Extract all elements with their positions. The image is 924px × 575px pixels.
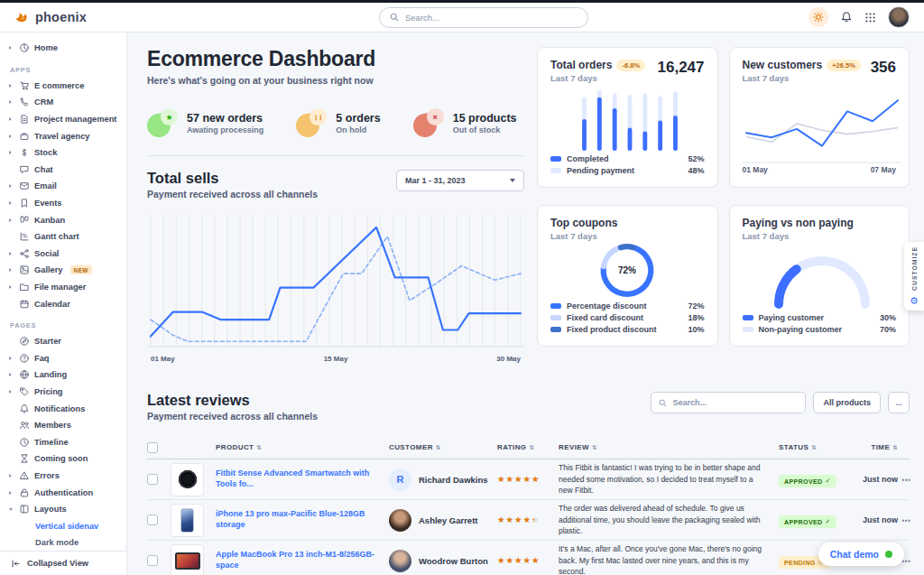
sidebar-item-starter[interactable]: Starter: [0, 333, 126, 350]
chevron-right-icon: [9, 373, 14, 376]
stat-item: ★57 new ordersAwating processing: [147, 108, 263, 137]
check-icon: ✓: [826, 518, 831, 525]
sidebar-item-crm[interactable]: CRM: [0, 94, 126, 111]
sidebar-item-e-commerce[interactable]: E commerce: [0, 78, 126, 95]
column-header-time[interactable]: TIME⇅: [855, 443, 898, 451]
collapse-sidebar-button[interactable]: Collapsed View: [0, 551, 126, 575]
column-header-rating[interactable]: RATING⇅: [497, 443, 559, 451]
new-customers-value: 356: [871, 59, 896, 77]
reviews-title: Latest reviews: [147, 392, 318, 409]
collapse-icon: [11, 559, 21, 569]
sidebar-item-home[interactable]: Home: [0, 40, 126, 57]
sidebar-item-file-manager[interactable]: File manager: [0, 279, 126, 296]
question-icon: [19, 353, 30, 364]
legend-label: Completed: [567, 154, 609, 163]
sidebar-item-landing[interactable]: Landing: [0, 366, 126, 384]
row-menu-button[interactable]: ⋯: [898, 515, 910, 525]
sidebar-item-gantt-chart[interactable]: Gantt chart: [0, 228, 126, 246]
legend-row: Paying customer30%: [743, 311, 897, 323]
date-range-select[interactable]: Mar 1 - 31, 2023: [396, 170, 524, 191]
collapse-label: Collapsed View: [27, 559, 88, 568]
row-checkbox[interactable]: [147, 515, 158, 525]
sidebar-item-calendar[interactable]: Calendar: [0, 295, 126, 312]
reviews-more-button[interactable]: ...: [888, 392, 910, 413]
svg-text:15 May: 15 May: [324, 355, 348, 363]
all-products-filter-button[interactable]: All products: [813, 392, 881, 413]
review-time: Just now: [855, 475, 898, 484]
sidebar-item-notifications[interactable]: Notifications: [0, 400, 126, 417]
reviews-search-input[interactable]: Search...: [651, 392, 806, 413]
warning-icon: [19, 470, 30, 481]
row-menu-button[interactable]: ⋯: [898, 475, 910, 485]
user-avatar[interactable]: [888, 6, 910, 28]
legend-swatch: [743, 315, 753, 320]
sidebar-item-label: Kanban: [34, 216, 65, 225]
product-link[interactable]: iPhone 13 pro max-Pacific Blue-128GB sto…: [216, 509, 389, 530]
sidebar-item-travel-agency[interactable]: Travel agency: [0, 127, 126, 144]
sidebar-item-kanban[interactable]: Kanban: [0, 211, 126, 228]
sidebar: HomeAPPSE commerceCRMProject managementT…: [0, 32, 127, 575]
sidebar-item-project-management[interactable]: Project management: [0, 111, 126, 128]
globe-icon: [19, 369, 30, 380]
sidebar-item-faq[interactable]: Faq: [0, 350, 126, 367]
sort-icon: ⇅: [529, 444, 534, 451]
sidebar-item-errors[interactable]: Errors: [0, 468, 126, 485]
sidebar-item-label: Coming soon: [34, 454, 88, 463]
lock-icon: [19, 487, 30, 498]
total-sells-chart: 01 May15 May30 May: [147, 211, 524, 366]
sidebar-item-label: Faq: [34, 354, 50, 363]
global-search-input[interactable]: Search...: [379, 7, 588, 28]
column-header-status[interactable]: STATUS⇅: [779, 443, 855, 451]
column-header-review[interactable]: REVIEW⇅: [559, 443, 779, 451]
table-header-row: PRODUCT⇅CUSTOMER⇅RATING⇅REVIEW⇅STATUS⇅TI…: [147, 436, 910, 459]
sidebar-item-members[interactable]: Members: [0, 417, 126, 434]
sidebar-item-social[interactable]: Social: [0, 246, 126, 263]
sidebar-item-events[interactable]: Events: [0, 195, 126, 212]
notifications-button[interactable]: [840, 11, 853, 23]
sidebar-item-chat[interactable]: Chat: [0, 162, 126, 179]
legend-row: Fixed card discount18%: [550, 311, 705, 323]
search-placeholder: Search...: [405, 13, 439, 23]
row-checkbox[interactable]: [147, 555, 158, 566]
sidebar-item-label: Landing: [34, 370, 67, 379]
ellipsis-icon: ...: [895, 398, 902, 407]
sidebar-item-coming-soon[interactable]: Coming soon: [0, 450, 126, 468]
layout-icon: [19, 504, 30, 515]
sidebar-item-layouts[interactable]: Layouts: [0, 501, 126, 518]
legend-value: 70%: [880, 325, 896, 334]
column-header-customer[interactable]: CUSTOMER⇅: [389, 443, 497, 451]
brand[interactable]: phoenix: [14, 10, 87, 25]
select-all-checkbox[interactable]: [147, 442, 158, 453]
sidebar-item-email[interactable]: Email: [0, 178, 126, 195]
chat-demo-button[interactable]: Chat demo: [818, 543, 904, 566]
sidebar-item-authentication[interactable]: Authentication: [0, 484, 126, 501]
order-stats: ★57 new ordersAwating processing❙❙5 orde…: [147, 108, 524, 137]
legend-label: Non-paying customer: [759, 325, 843, 334]
row-checkbox[interactable]: [147, 474, 158, 485]
total-orders-legend: Completed52%Pending payment48%: [550, 153, 705, 176]
apps-menu-button[interactable]: [864, 12, 876, 23]
total-sells-title: Total sells: [147, 170, 318, 187]
sidebar-item-timeline[interactable]: Timeline: [0, 433, 126, 450]
rating-stars: ★★★★★★★★★★: [497, 515, 559, 524]
sidebar-item-stock[interactable]: Stock: [0, 144, 126, 162]
chevron-right-icon: [9, 357, 14, 360]
card-title: Top coupons: [550, 217, 617, 229]
legend-row: Non-paying customer70%: [743, 323, 897, 335]
product-link[interactable]: Fitbit Sense Advanced Smartwatch with To…: [216, 468, 389, 489]
chevron-right-icon: [9, 84, 14, 88]
sidebar-subitem-vertical-sidenav[interactable]: Vertical sidenav: [0, 517, 126, 534]
chevron-right-icon: [9, 474, 14, 478]
sidebar-item-gallery[interactable]: GalleryNEW: [0, 262, 126, 279]
sidebar-item-pricing[interactable]: Pricing: [0, 384, 126, 401]
customize-panel-tab[interactable]: CUSTOMIZE ⚙: [904, 242, 924, 311]
sidebar-subitem-dark-mode[interactable]: Dark mode: [0, 534, 126, 552]
theme-toggle-button[interactable]: [808, 7, 828, 27]
card-title: Paying vs non paying: [743, 217, 854, 229]
product-link[interactable]: Apple MacBook Pro 13 inch-M1-8/256GB-spa…: [216, 550, 389, 570]
chevron-right-icon: [9, 201, 14, 205]
home-icon: [19, 42, 30, 53]
legend-swatch: [550, 156, 561, 162]
column-header-product[interactable]: PRODUCT⇅: [216, 443, 389, 451]
kanban-icon: [19, 215, 30, 226]
